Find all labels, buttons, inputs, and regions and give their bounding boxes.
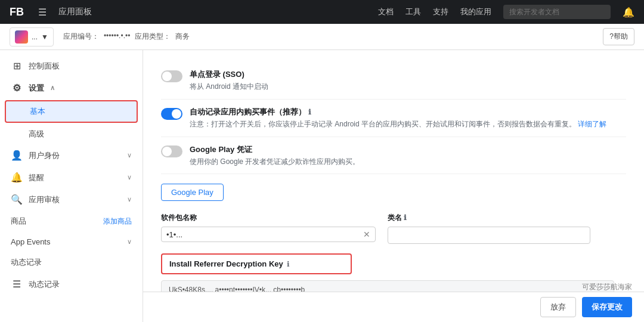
class-info-icon[interactable]: ℹ xyxy=(404,213,407,222)
bell-icon[interactable]: 🔔 xyxy=(623,7,634,18)
sidebar-label-app-review: 应用审核 xyxy=(29,194,121,205)
auto-record-content: 自动记录应用内购买事件（推荐） ℹ 注意：打开这个开关后，你应该停止手动记录 A… xyxy=(190,107,626,129)
dropdown-icon: ▼ xyxy=(41,33,48,41)
app-dashboard-title: 应用面板 xyxy=(58,7,92,17)
sidebar-item-dashboard[interactable]: ⊞ 控制面板 xyxy=(0,55,143,77)
content-card: 单点登录 (SSO) 将从 Android 通知中启动 自动记录应用内购买事件（… xyxy=(143,50,644,322)
google-play-cert-toggle[interactable] xyxy=(161,145,182,157)
user-identity-chevron: ∨ xyxy=(127,151,132,159)
app-review-chevron: ∨ xyxy=(127,196,132,203)
content-area: 单点登录 (SSO) 将从 Android 通知中启动 自动记录应用内购买事件（… xyxy=(143,50,644,322)
google-play-cert-row: Google Play 凭证 使用你的 Google 开发者凭证减少欺诈性应用内… xyxy=(161,137,626,175)
add-product-link[interactable]: 添加商品 xyxy=(103,216,132,227)
nav-tools[interactable]: 工具 xyxy=(405,7,421,17)
pkg-name-input[interactable] xyxy=(166,230,360,239)
google-play-cert-desc: 使用你的 Google 开发者凭证减少欺诈性应用内购买。 xyxy=(190,157,626,167)
pkg-name-group: 软件包名称 ✕ xyxy=(161,213,376,242)
top-nav: FB ☰ 应用面板 文档 工具 支持 我的应用 🔔 xyxy=(0,0,644,24)
sso-toggle-row: 单点登录 (SSO) 将从 Android 通知中启动 xyxy=(161,62,626,100)
dashboard-icon: ⊞ xyxy=(11,60,23,72)
nav-myapps[interactable]: 我的应用 xyxy=(460,7,491,17)
sidebar-item-advanced[interactable]: 高级 xyxy=(0,124,143,144)
app-review-icon: 🔍 xyxy=(11,194,23,205)
app-name: ... xyxy=(32,33,38,41)
sidebar-item-app-events[interactable]: App Events ∨ xyxy=(0,232,143,252)
pkg-name-clear-icon[interactable]: ✕ xyxy=(363,230,370,239)
sso-title: 单点登录 (SSO) xyxy=(190,69,626,80)
bottom-action-bar: 放弃 保存更改 xyxy=(143,292,644,322)
auto-record-link[interactable]: 详细了解 xyxy=(578,120,606,128)
app-type-value: 商务 xyxy=(175,32,190,42)
sso-content: 单点登录 (SSO) 将从 Android 通知中启动 xyxy=(190,69,626,92)
form-row-pkg-class: 软件包名称 ✕ 类名 ℹ xyxy=(161,213,626,244)
pkg-name-input-wrapper: ✕ xyxy=(161,227,376,242)
alerts-chevron: ∨ xyxy=(127,174,132,181)
sidebar-label-dashboard: 控制面板 xyxy=(29,61,132,72)
alerts-icon: 🔔 xyxy=(11,172,23,183)
save-button[interactable]: 保存更改 xyxy=(582,297,632,317)
auto-record-info-icon[interactable]: ℹ xyxy=(308,108,311,116)
sidebar-products-row: 商品 添加商品 xyxy=(0,210,143,232)
sidebar-label-advanced: 高级 xyxy=(29,129,44,138)
settings-icon: ⚙ xyxy=(11,82,23,94)
nav-support[interactable]: 支持 xyxy=(433,7,448,17)
settings-chevron-up: ∧ xyxy=(50,84,55,92)
sidebar-item-user-identity[interactable]: 👤 用户身份 ∨ xyxy=(0,144,143,166)
top-nav-links: 文档 工具 支持 我的应用 xyxy=(378,7,491,17)
sidebar-label-settings: 设置 xyxy=(29,83,44,94)
pkg-name-label: 软件包名称 xyxy=(161,213,376,223)
auto-record-title: 自动记录应用内购买事件（推荐） ℹ xyxy=(190,107,626,117)
auto-record-desc: 注意：打开这个开关后，你应该停止手动记录 Android 平台的应用内购买、开始… xyxy=(190,119,626,129)
sso-desc: 将从 Android 通知中启动 xyxy=(190,82,626,92)
nav-docs[interactable]: 文档 xyxy=(378,7,394,17)
sso-toggle[interactable] xyxy=(161,70,182,82)
class-name-input[interactable] xyxy=(388,227,590,244)
referrer-label: Install Referrer Decryption Key xyxy=(169,259,283,268)
app-type-label: 应用类型： xyxy=(135,32,171,42)
sidebar-label-user-identity: 用户身份 xyxy=(29,150,121,161)
referrer-info-icon[interactable]: ℹ xyxy=(287,260,290,268)
help-button[interactable]: ?帮助 xyxy=(603,28,634,45)
sidebar-label-alerts: 提醒 xyxy=(29,172,121,183)
sidebar-item-app-review[interactable]: 🔍 应用审核 ∨ xyxy=(0,188,143,210)
app-icon xyxy=(15,30,28,44)
app-id-label: 应用编号： xyxy=(63,32,99,42)
auto-record-toggle-row: 自动记录应用内购买事件（推荐） ℹ 注意：打开这个开关后，你应该停止手动记录 A… xyxy=(161,100,626,137)
google-play-cert-content: Google Play 凭证 使用你的 Google 开发者凭证减少欺诈性应用内… xyxy=(190,144,626,167)
sidebar-label-products: 商品 xyxy=(11,216,103,227)
google-play-cert-title: Google Play 凭证 xyxy=(190,144,626,155)
sidebar-item-activity-log[interactable]: ☰ 动态记录 xyxy=(0,273,143,295)
app-selector[interactable]: ... ▼ xyxy=(10,27,54,47)
user-identity-icon: 👤 xyxy=(11,150,23,161)
sidebar-item-alerts[interactable]: 🔔 提醒 ∨ xyxy=(0,166,143,188)
sidebar-label-app-events: App Events xyxy=(11,237,121,246)
auto-record-toggle[interactable] xyxy=(161,108,182,120)
sidebar-section-settings[interactable]: ⚙ 设置 ∧ xyxy=(0,77,143,99)
sidebar-label-activity-log: 动态记录 xyxy=(29,279,132,290)
cancel-button[interactable]: 放弃 xyxy=(540,297,576,317)
search-input[interactable] xyxy=(503,5,611,19)
sub-nav: ... ▼ 应用编号： ••••••.•.•• 应用类型： 商务 ?帮助 xyxy=(0,24,644,50)
app-id-value: ••••••.•.•• xyxy=(104,32,130,42)
sidebar-label-activity-log-title: 动态记录 xyxy=(11,257,132,268)
main-layout: ⊞ 控制面板 ⚙ 设置 ∧ 基本 高级 👤 用户身份 ∨ 🔔 提醒 ∨ 🔍 应用… xyxy=(0,50,644,322)
sidebar-item-activity-log-label: 动态记录 xyxy=(0,252,143,273)
sidebar-item-basic[interactable]: 基本 xyxy=(5,100,138,123)
google-play-tab[interactable]: Google Play xyxy=(161,184,224,201)
class-label: 类名 ℹ xyxy=(388,213,590,223)
activity-log-icon: ☰ xyxy=(11,278,23,290)
referrer-label-row: Install Referrer Decryption Key ℹ xyxy=(161,253,352,274)
class-name-group: 类名 ℹ xyxy=(388,213,590,244)
menu-icon[interactable]: ☰ xyxy=(38,7,47,18)
sidebar: ⊞ 控制面板 ⚙ 设置 ∧ 基本 高级 👤 用户身份 ∨ 🔔 提醒 ∨ 🔍 应用… xyxy=(0,50,143,322)
fb-logo: FB xyxy=(10,6,24,18)
sidebar-label-basic: 基本 xyxy=(30,107,45,116)
app-info: 应用编号： ••••••.•.•• 应用类型： 商务 xyxy=(63,32,190,42)
app-events-chevron: ∨ xyxy=(127,238,132,246)
